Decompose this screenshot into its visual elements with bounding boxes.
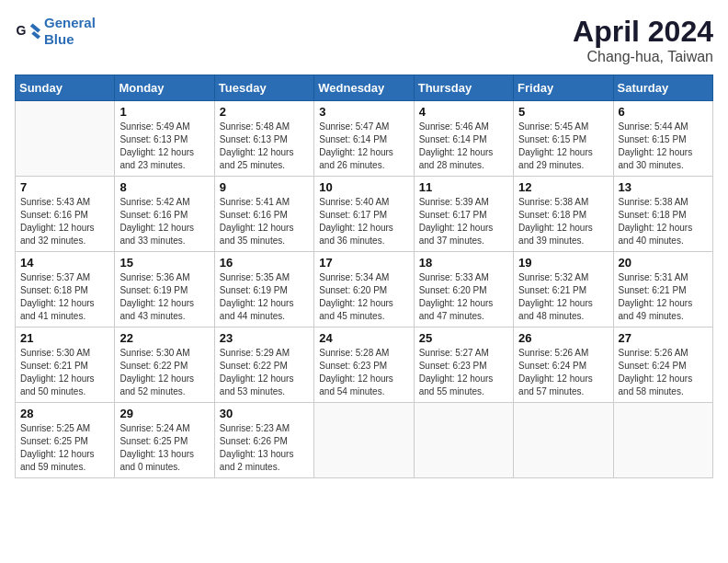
day-number: 27 — [619, 331, 708, 345]
calendar-week-5: 28Sunrise: 5:25 AM Sunset: 6:25 PM Dayli… — [16, 403, 713, 478]
day-info: Sunrise: 5:32 AM Sunset: 6:21 PM Dayligh… — [518, 271, 608, 323]
calendar-week-4: 21Sunrise: 5:30 AM Sunset: 6:21 PM Dayli… — [16, 327, 713, 403]
day-info: Sunrise: 5:46 AM Sunset: 6:14 PM Dayligh… — [419, 121, 508, 172]
weekday-header-thursday: Thursday — [414, 75, 513, 101]
calendar-cell: 26Sunrise: 5:26 AM Sunset: 6:24 PM Dayli… — [514, 327, 613, 403]
logo-line2: Blue — [44, 31, 74, 47]
day-info: Sunrise: 5:23 AM Sunset: 6:26 PM Dayligh… — [220, 422, 309, 474]
day-info: Sunrise: 5:26 AM Sunset: 6:24 PM Dayligh… — [518, 347, 608, 398]
day-number: 17 — [319, 256, 408, 270]
day-number: 10 — [319, 180, 408, 194]
day-number: 19 — [518, 256, 608, 270]
day-info: Sunrise: 5:49 AM Sunset: 6:13 PM Dayligh… — [119, 121, 209, 172]
day-info: Sunrise: 5:26 AM Sunset: 6:24 PM Dayligh… — [619, 347, 708, 398]
day-number: 4 — [419, 105, 508, 119]
weekday-header-saturday: Saturday — [613, 75, 712, 101]
calendar-cell: 29Sunrise: 5:24 AM Sunset: 6:25 PM Dayli… — [115, 403, 214, 478]
calendar-cell: 2Sunrise: 5:48 AM Sunset: 6:13 PM Daylig… — [214, 101, 313, 177]
day-info: Sunrise: 5:45 AM Sunset: 6:15 PM Dayligh… — [518, 121, 608, 172]
day-number: 26 — [518, 331, 608, 345]
day-number: 20 — [619, 256, 708, 270]
day-number: 21 — [20, 331, 109, 345]
day-info: Sunrise: 5:34 AM Sunset: 6:20 PM Dayligh… — [319, 271, 408, 323]
day-info: Sunrise: 5:29 AM Sunset: 6:22 PM Dayligh… — [220, 347, 309, 398]
calendar-body: 1Sunrise: 5:49 AM Sunset: 6:13 PM Daylig… — [16, 101, 713, 478]
weekday-header-monday: Monday — [115, 75, 214, 101]
calendar-cell: 25Sunrise: 5:27 AM Sunset: 6:23 PM Dayli… — [414, 327, 513, 403]
day-info: Sunrise: 5:31 AM Sunset: 6:21 PM Dayligh… — [619, 271, 708, 323]
calendar-cell — [16, 101, 115, 177]
calendar-subtitle: Chang-hua, Taiwan — [573, 49, 713, 65]
logo-icon: G — [15, 18, 40, 44]
day-info: Sunrise: 5:41 AM Sunset: 6:16 PM Dayligh… — [220, 196, 309, 247]
weekday-header-friday: Friday — [514, 75, 613, 101]
calendar-cell: 8Sunrise: 5:42 AM Sunset: 6:16 PM Daylig… — [115, 177, 214, 252]
day-number: 25 — [419, 331, 508, 345]
calendar-cell: 4Sunrise: 5:46 AM Sunset: 6:14 PM Daylig… — [414, 101, 513, 177]
day-info: Sunrise: 5:43 AM Sunset: 6:16 PM Dayligh… — [20, 196, 109, 247]
weekday-header-row: SundayMondayTuesdayWednesdayThursdayFrid… — [16, 75, 713, 101]
day-number: 7 — [20, 180, 109, 194]
day-info: Sunrise: 5:40 AM Sunset: 6:17 PM Dayligh… — [319, 196, 408, 247]
day-info: Sunrise: 5:27 AM Sunset: 6:23 PM Dayligh… — [419, 347, 508, 398]
calendar-week-1: 1Sunrise: 5:49 AM Sunset: 6:13 PM Daylig… — [16, 101, 713, 177]
day-number: 2 — [220, 105, 309, 119]
calendar-cell — [414, 403, 513, 478]
calendar-cell: 3Sunrise: 5:47 AM Sunset: 6:14 PM Daylig… — [314, 101, 414, 177]
logo-line1: General — [44, 15, 96, 30]
day-number: 22 — [119, 331, 209, 345]
day-number: 14 — [20, 256, 109, 270]
calendar-cell: 9Sunrise: 5:41 AM Sunset: 6:16 PM Daylig… — [214, 177, 313, 252]
calendar-cell: 16Sunrise: 5:35 AM Sunset: 6:19 PM Dayli… — [214, 252, 313, 327]
day-number: 30 — [220, 407, 309, 420]
logo-text: General Blue — [44, 15, 96, 48]
calendar-cell: 24Sunrise: 5:28 AM Sunset: 6:23 PM Dayli… — [314, 327, 414, 403]
day-number: 8 — [119, 180, 209, 194]
calendar-cell — [514, 403, 613, 478]
day-number: 12 — [518, 180, 608, 194]
day-info: Sunrise: 5:44 AM Sunset: 6:15 PM Dayligh… — [619, 121, 708, 172]
day-number: 11 — [419, 180, 508, 194]
header: G General Blue April 2024 Chang-hua, Tai… — [15, 15, 713, 65]
day-info: Sunrise: 5:36 AM Sunset: 6:19 PM Dayligh… — [119, 271, 209, 323]
day-info: Sunrise: 5:30 AM Sunset: 6:21 PM Dayligh… — [20, 347, 109, 398]
calendar-cell: 27Sunrise: 5:26 AM Sunset: 6:24 PM Dayli… — [613, 327, 712, 403]
day-number: 29 — [119, 407, 209, 420]
calendar-week-3: 14Sunrise: 5:37 AM Sunset: 6:18 PM Dayli… — [16, 252, 713, 327]
calendar-title: April 2024 — [573, 15, 713, 49]
day-info: Sunrise: 5:48 AM Sunset: 6:13 PM Dayligh… — [220, 121, 309, 172]
day-info: Sunrise: 5:24 AM Sunset: 6:25 PM Dayligh… — [119, 422, 209, 474]
day-number: 1 — [119, 105, 209, 119]
calendar-cell: 11Sunrise: 5:39 AM Sunset: 6:17 PM Dayli… — [414, 177, 513, 252]
calendar-cell: 18Sunrise: 5:33 AM Sunset: 6:20 PM Dayli… — [414, 252, 513, 327]
calendar-cell: 14Sunrise: 5:37 AM Sunset: 6:18 PM Dayli… — [16, 252, 115, 327]
weekday-header-sunday: Sunday — [16, 75, 115, 101]
day-number: 13 — [619, 180, 708, 194]
day-info: Sunrise: 5:37 AM Sunset: 6:18 PM Dayligh… — [20, 271, 109, 323]
weekday-header-wednesday: Wednesday — [314, 75, 414, 101]
day-number: 18 — [419, 256, 508, 270]
calendar-cell: 23Sunrise: 5:29 AM Sunset: 6:22 PM Dayli… — [214, 327, 313, 403]
calendar-cell: 21Sunrise: 5:30 AM Sunset: 6:21 PM Dayli… — [16, 327, 115, 403]
day-number: 6 — [619, 105, 708, 119]
title-area: April 2024 Chang-hua, Taiwan — [573, 15, 713, 65]
calendar-cell: 22Sunrise: 5:30 AM Sunset: 6:22 PM Dayli… — [115, 327, 214, 403]
calendar-cell: 17Sunrise: 5:34 AM Sunset: 6:20 PM Dayli… — [314, 252, 414, 327]
logo: G General Blue — [15, 15, 96, 48]
calendar-cell: 28Sunrise: 5:25 AM Sunset: 6:25 PM Dayli… — [16, 403, 115, 478]
calendar-table: SundayMondayTuesdayWednesdayThursdayFrid… — [15, 75, 713, 478]
calendar-cell: 15Sunrise: 5:36 AM Sunset: 6:19 PM Dayli… — [115, 252, 214, 327]
day-info: Sunrise: 5:28 AM Sunset: 6:23 PM Dayligh… — [319, 347, 408, 398]
day-number: 5 — [518, 105, 608, 119]
day-info: Sunrise: 5:33 AM Sunset: 6:20 PM Dayligh… — [419, 271, 508, 323]
calendar-cell: 12Sunrise: 5:38 AM Sunset: 6:18 PM Dayli… — [514, 177, 613, 252]
day-info: Sunrise: 5:25 AM Sunset: 6:25 PM Dayligh… — [20, 422, 109, 474]
day-info: Sunrise: 5:38 AM Sunset: 6:18 PM Dayligh… — [619, 196, 708, 247]
calendar-cell: 13Sunrise: 5:38 AM Sunset: 6:18 PM Dayli… — [613, 177, 712, 252]
calendar-cell — [613, 403, 712, 478]
day-number: 16 — [220, 256, 309, 270]
weekday-header-tuesday: Tuesday — [214, 75, 313, 101]
day-info: Sunrise: 5:30 AM Sunset: 6:22 PM Dayligh… — [119, 347, 209, 398]
calendar-cell: 1Sunrise: 5:49 AM Sunset: 6:13 PM Daylig… — [115, 101, 214, 177]
day-number: 28 — [20, 407, 109, 420]
